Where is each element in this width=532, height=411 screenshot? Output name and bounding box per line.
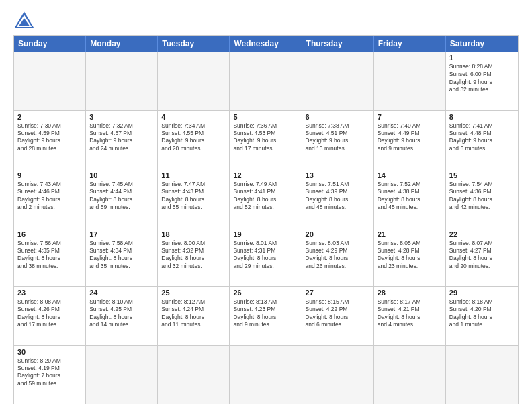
calendar-cell: 4Sunrise: 7:34 AM Sunset: 4:55 PM Daylig… — [158, 111, 230, 169]
calendar: SundayMondayTuesdayWednesdayThursdayFrid… — [13, 35, 519, 404]
weekday-header-saturday: Saturday — [446, 36, 518, 52]
calendar-cell: 2Sunrise: 7:30 AM Sunset: 4:59 PM Daylig… — [14, 111, 86, 169]
cell-day-number: 28 — [378, 289, 442, 297]
calendar-cell — [230, 346, 302, 404]
cell-day-number: 20 — [306, 230, 370, 238]
cell-info: Sunrise: 7:34 AM Sunset: 4:55 PM Dayligh… — [161, 122, 226, 153]
cell-info: Sunrise: 8:01 AM Sunset: 4:31 PM Dayligh… — [233, 240, 298, 271]
cell-day-number: 1 — [449, 54, 515, 62]
cell-info: Sunrise: 7:38 AM Sunset: 4:51 PM Dayligh… — [306, 122, 370, 153]
header — [13, 11, 519, 30]
calendar-cell: 20Sunrise: 8:03 AM Sunset: 4:29 PM Dayli… — [302, 228, 374, 287]
calendar-cell: 25Sunrise: 8:12 AM Sunset: 4:24 PM Dayli… — [158, 287, 230, 345]
calendar-cell — [158, 52, 230, 110]
cell-info: Sunrise: 8:00 AM Sunset: 4:32 PM Dayligh… — [161, 240, 226, 271]
calendar-cell — [230, 52, 302, 110]
cell-info: Sunrise: 7:32 AM Sunset: 4:57 PM Dayligh… — [89, 122, 154, 153]
cell-info: Sunrise: 7:51 AM Sunset: 4:39 PM Dayligh… — [306, 181, 370, 212]
cell-day-number: 26 — [233, 289, 298, 297]
cell-info: Sunrise: 7:49 AM Sunset: 4:41 PM Dayligh… — [233, 181, 298, 212]
cell-day-number: 7 — [378, 113, 442, 121]
calendar-row-3: 16Sunrise: 7:56 AM Sunset: 4:35 PM Dayli… — [14, 228, 518, 287]
calendar-cell: 16Sunrise: 7:56 AM Sunset: 4:35 PM Dayli… — [14, 228, 86, 287]
cell-day-number: 12 — [233, 171, 298, 179]
calendar-row-5: 30Sunrise: 8:20 AM Sunset: 4:19 PM Dayli… — [14, 345, 518, 404]
calendar-cell: 29Sunrise: 8:18 AM Sunset: 4:20 PM Dayli… — [446, 287, 518, 345]
cell-day-number: 4 — [161, 113, 226, 121]
calendar-cell: 10Sunrise: 7:45 AM Sunset: 4:44 PM Dayli… — [86, 169, 158, 228]
cell-day-number: 11 — [161, 171, 226, 179]
cell-info: Sunrise: 8:15 AM Sunset: 4:22 PM Dayligh… — [306, 298, 370, 329]
cell-info: Sunrise: 7:36 AM Sunset: 4:53 PM Dayligh… — [233, 122, 298, 153]
calendar-cell: 9Sunrise: 7:43 AM Sunset: 4:46 PM Daylig… — [14, 169, 86, 228]
calendar-cell: 14Sunrise: 7:52 AM Sunset: 4:38 PM Dayli… — [374, 169, 446, 228]
page: SundayMondayTuesdayWednesdayThursdayFrid… — [0, 0, 532, 411]
cell-info: Sunrise: 8:05 AM Sunset: 4:28 PM Dayligh… — [378, 240, 442, 271]
cell-day-number: 30 — [17, 348, 82, 356]
calendar-cell: 13Sunrise: 7:51 AM Sunset: 4:39 PM Dayli… — [302, 169, 374, 228]
calendar-cell: 15Sunrise: 7:54 AM Sunset: 4:36 PM Dayli… — [446, 169, 518, 228]
cell-day-number: 17 — [89, 230, 154, 238]
calendar-cell: 28Sunrise: 8:17 AM Sunset: 4:21 PM Dayli… — [374, 287, 446, 345]
cell-info: Sunrise: 8:20 AM Sunset: 4:19 PM Dayligh… — [17, 357, 82, 388]
cell-day-number: 18 — [161, 230, 226, 238]
cell-info: Sunrise: 8:10 AM Sunset: 4:25 PM Dayligh… — [89, 298, 154, 329]
calendar-cell — [14, 52, 86, 110]
calendar-row-0: 1Sunrise: 8:28 AM Sunset: 6:00 PM Daylig… — [14, 52, 518, 110]
calendar-cell: 22Sunrise: 8:07 AM Sunset: 4:27 PM Dayli… — [446, 228, 518, 287]
cell-info: Sunrise: 7:54 AM Sunset: 4:36 PM Dayligh… — [449, 181, 515, 212]
cell-info: Sunrise: 7:43 AM Sunset: 4:46 PM Dayligh… — [17, 181, 82, 212]
cell-day-number: 14 — [378, 171, 442, 179]
cell-day-number: 15 — [449, 171, 515, 179]
calendar-cell: 17Sunrise: 7:58 AM Sunset: 4:34 PM Dayli… — [86, 228, 158, 287]
calendar-cell — [374, 346, 446, 404]
cell-day-number: 8 — [449, 113, 515, 121]
logo-icon — [13, 11, 35, 30]
calendar-body: 1Sunrise: 8:28 AM Sunset: 6:00 PM Daylig… — [14, 52, 518, 404]
cell-day-number: 5 — [233, 113, 298, 121]
calendar-cell: 27Sunrise: 8:15 AM Sunset: 4:22 PM Dayli… — [302, 287, 374, 345]
calendar-cell: 11Sunrise: 7:47 AM Sunset: 4:43 PM Dayli… — [158, 169, 230, 228]
cell-info: Sunrise: 7:40 AM Sunset: 4:49 PM Dayligh… — [378, 122, 442, 153]
weekday-header-thursday: Thursday — [302, 36, 374, 52]
calendar-cell: 30Sunrise: 8:20 AM Sunset: 4:19 PM Dayli… — [14, 346, 86, 404]
calendar-cell: 26Sunrise: 8:13 AM Sunset: 4:23 PM Dayli… — [230, 287, 302, 345]
calendar-cell: 5Sunrise: 7:36 AM Sunset: 4:53 PM Daylig… — [230, 111, 302, 169]
calendar-cell: 7Sunrise: 7:40 AM Sunset: 4:49 PM Daylig… — [374, 111, 446, 169]
calendar-row-4: 23Sunrise: 8:08 AM Sunset: 4:26 PM Dayli… — [14, 286, 518, 345]
calendar-cell — [86, 346, 158, 404]
cell-day-number: 6 — [306, 113, 370, 121]
cell-info: Sunrise: 8:12 AM Sunset: 4:24 PM Dayligh… — [161, 298, 226, 329]
calendar-cell: 24Sunrise: 8:10 AM Sunset: 4:25 PM Dayli… — [86, 287, 158, 345]
cell-day-number: 21 — [378, 230, 442, 238]
calendar-cell — [158, 346, 230, 404]
weekday-header-sunday: Sunday — [14, 36, 86, 52]
calendar-cell: 3Sunrise: 7:32 AM Sunset: 4:57 PM Daylig… — [86, 111, 158, 169]
cell-day-number: 3 — [89, 113, 154, 121]
weekday-header-friday: Friday — [374, 36, 446, 52]
calendar-cell — [446, 346, 518, 404]
weekday-header-tuesday: Tuesday — [158, 36, 230, 52]
cell-day-number: 24 — [89, 289, 154, 297]
calendar-cell: 1Sunrise: 8:28 AM Sunset: 6:00 PM Daylig… — [446, 52, 518, 110]
weekday-header-monday: Monday — [86, 36, 158, 52]
calendar-cell — [302, 346, 374, 404]
calendar-cell — [86, 52, 158, 110]
calendar-cell — [302, 52, 374, 110]
cell-info: Sunrise: 7:30 AM Sunset: 4:59 PM Dayligh… — [17, 122, 82, 153]
calendar-cell: 12Sunrise: 7:49 AM Sunset: 4:41 PM Dayli… — [230, 169, 302, 228]
cell-info: Sunrise: 7:56 AM Sunset: 4:35 PM Dayligh… — [17, 240, 82, 271]
calendar-header: SundayMondayTuesdayWednesdayThursdayFrid… — [14, 36, 518, 52]
calendar-row-1: 2Sunrise: 7:30 AM Sunset: 4:59 PM Daylig… — [14, 110, 518, 169]
cell-day-number: 27 — [306, 289, 370, 297]
cell-day-number: 2 — [17, 113, 82, 121]
calendar-row-2: 9Sunrise: 7:43 AM Sunset: 4:46 PM Daylig… — [14, 169, 518, 228]
cell-day-number: 23 — [17, 289, 82, 297]
cell-info: Sunrise: 8:08 AM Sunset: 4:26 PM Dayligh… — [17, 298, 82, 329]
calendar-cell — [374, 52, 446, 110]
cell-info: Sunrise: 7:45 AM Sunset: 4:44 PM Dayligh… — [89, 181, 154, 212]
cell-day-number: 9 — [17, 171, 82, 179]
cell-info: Sunrise: 7:41 AM Sunset: 4:48 PM Dayligh… — [449, 122, 515, 153]
calendar-cell: 19Sunrise: 8:01 AM Sunset: 4:31 PM Dayli… — [230, 228, 302, 287]
cell-day-number: 22 — [449, 230, 515, 238]
